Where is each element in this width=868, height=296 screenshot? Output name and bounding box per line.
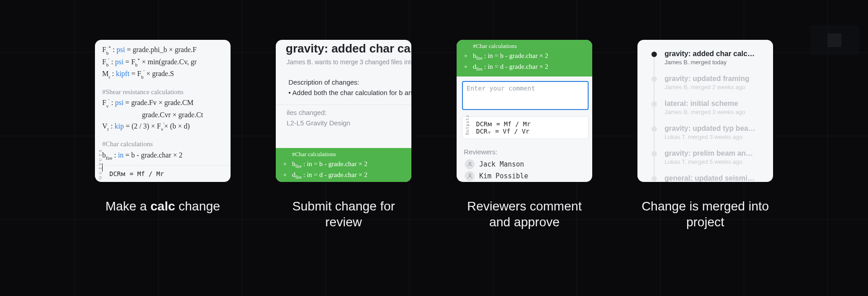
calc-line: Mr : kipft = Fb' × grade.S: [102, 68, 223, 81]
timeline-dot-icon: [651, 176, 657, 181]
timeline-item[interactable]: general: updated seismi… James B. merged…: [637, 174, 766, 182]
calc-line: Fb' : psi = Fb* × min(grade.Cv, gr: [102, 57, 223, 69]
timeline-item[interactable]: gravity: added char calc… James B. merge…: [637, 50, 766, 66]
timeline-title: general: updated seismi…: [665, 174, 766, 182]
timeline-item[interactable]: gravity: prelim beam an… Lukas T. merged…: [637, 149, 766, 165]
svg-point-1: [469, 174, 471, 176]
calc-line: Fv' : psi = grade.Fv × grade.CM: [102, 97, 223, 110]
reviewer-row[interactable]: Jack Manson: [465, 159, 592, 169]
timeline-item[interactable]: lateral: initial scheme James B. merged …: [637, 100, 766, 115]
calc-line: grade.Cvr × grade.Ct: [102, 110, 223, 121]
changed-file[interactable]: L2-L5 Gravity Design: [287, 119, 411, 127]
merge-summary: James B. wants to merge 3 changed files …: [287, 58, 411, 66]
card-calc-editor: Fb* : psi = grade.phi_b × grade.F Fb' : …: [95, 40, 231, 182]
comment-input[interactable]: Enter your comment: [462, 81, 589, 110]
timeline-dot-icon: [651, 101, 657, 107]
step-caption: Change is merged into project: [637, 198, 773, 230]
timeline-title: gravity: updated typ bea…: [665, 124, 766, 133]
step-1: Fb* : psi = grade.phi_b × grade.F Fb' : …: [95, 40, 231, 230]
timeline-dot-icon: [651, 76, 657, 82]
description-heading: Description of changes:: [288, 78, 411, 86]
calc-line: Fb* : psi = grade.phi_b × grade.F: [102, 44, 223, 57]
diff-section-heading: #Char calculations: [292, 150, 411, 159]
output-line: DCRᴍ = Mf / Mr: [109, 169, 164, 179]
review-request: gravity: added char calcul James B. want…: [276, 42, 411, 182]
timeline-title: gravity: added char calc…: [665, 50, 766, 58]
reviewer-name: Jack Manson: [479, 160, 524, 168]
diff-added-block: #Char calculations bfire : in = b - grad…: [276, 148, 411, 182]
merge-timeline: gravity: added char calc… James B. merge…: [637, 40, 773, 182]
divider: [276, 105, 411, 105]
step-3: #Char calculations bfire : in = b - grad…: [457, 40, 592, 230]
reviewer-row[interactable]: Kim Possible: [465, 171, 592, 181]
reviewer-name: Kim Possible: [479, 172, 528, 180]
step-4: gravity: added char calc… James B. merge…: [637, 40, 773, 230]
user-icon: [465, 171, 475, 181]
timeline-dot-icon: [651, 126, 657, 132]
timeline-meta: Lukas T. merged 3 weeks ago: [665, 134, 766, 140]
timeline-dot-icon: [651, 52, 657, 57]
diff-section-heading: #Char calculations: [473, 42, 592, 51]
outputs-panel: DCRᴍ = Mf / Mr: [95, 167, 231, 182]
diff-line: dfire : in = d - grade.char × 2: [292, 170, 411, 181]
step-2: gravity: added char calcul James B. want…: [276, 40, 411, 230]
timeline-dot-icon: [651, 151, 657, 157]
timeline-title: gravity: prelim beam an…: [665, 149, 766, 158]
calc-line: bfire : in = b - grade.char × 2: [102, 150, 223, 162]
calc-line: Vr : kip = (2 / 3) × Fv'× (b × d): [102, 121, 223, 133]
step-caption: Reviewers comment and approve: [457, 198, 592, 230]
divider: [95, 165, 231, 166]
section-heading: #Char calculations: [102, 139, 223, 149]
timeline-meta: James B. merged today: [665, 59, 766, 66]
steps-row: Fb* : psi = grade.phi_b × grade.F Fb' : …: [0, 0, 868, 230]
diff-line: bfire : in = b - grade.char × 2: [292, 159, 411, 170]
timeline-title: lateral: initial scheme: [665, 100, 766, 108]
step-caption: Submit change for review: [276, 198, 411, 230]
timeline-item[interactable]: gravity: updated framing James B. merged…: [637, 75, 766, 91]
diff-line: bfire : in = b - grade.char × 2: [473, 51, 592, 62]
timeline-item[interactable]: gravity: updated typ bea… Lukas T. merge…: [637, 124, 766, 140]
diff-line: dfire : in = d - grade.char × 2: [473, 62, 592, 73]
card-timeline: gravity: added char calc… James B. merge…: [637, 40, 773, 182]
outputs-panel: Outputs DCRᴍ = Mf / Mr DCRᵥ = Vf / Vr: [462, 116, 589, 139]
outputs-label: Outputs: [465, 120, 470, 135]
timeline-meta: James B. merged 3 weeks ago: [665, 109, 766, 115]
review-title: gravity: added char calcul: [286, 42, 411, 56]
user-icon: [465, 159, 475, 169]
step-caption: Make a calc change: [105, 198, 220, 214]
reviewers-heading: Reviewers:: [464, 148, 592, 156]
timeline-meta: James B. merged 2 weeks ago: [665, 84, 766, 91]
diff-added-block: #Char calculations bfire : in = b - grad…: [457, 40, 592, 76]
svg-point-0: [469, 162, 471, 164]
files-changed-heading: iles changed:: [287, 109, 411, 116]
reviewer-panel: #Char calculations bfire : in = b - grad…: [457, 40, 592, 182]
description-bullet: • Added both the char calculation for b …: [288, 89, 411, 96]
calc-editor[interactable]: Fb* : psi = grade.phi_b × grade.F Fb' : …: [95, 40, 231, 182]
timeline-meta: Lukas T. merged 5 weeks ago: [665, 158, 766, 165]
output-line: DCRᴍ = Mf / Mr: [476, 120, 584, 128]
background-emblem: [810, 25, 859, 55]
card-reviewers: #Char calculations bfire : in = b - grad…: [457, 40, 592, 182]
output-line: DCRᵥ = Vf / Vr: [476, 128, 584, 135]
section-heading: #Shear resistance calculations: [102, 87, 223, 97]
card-review-request: gravity: added char calcul James B. want…: [276, 40, 411, 182]
timeline-title: gravity: updated framing: [665, 75, 766, 83]
